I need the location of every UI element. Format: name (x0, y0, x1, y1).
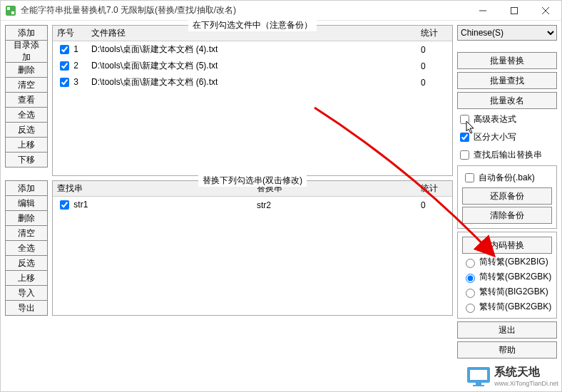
files-legend: 在下列勾选文件中（注意备份） (188, 19, 317, 31)
files-table-wrap[interactable]: 序号 文件路径 统计 1 D:\tools\桌面\新建文本文档 (4).txt … (53, 26, 452, 175)
enc-radio-2[interactable] (466, 289, 475, 298)
minimize-button[interactable] (467, 1, 499, 20)
auto-backup-check[interactable]: 自动备份(.bak) (462, 170, 552, 185)
table-row[interactable]: 1 D:\tools\桌面\新建文本文档 (4).txt 0 (53, 41, 452, 58)
auto-backup-checkbox[interactable] (465, 173, 474, 182)
clear-rules-button[interactable]: 清空 (5, 225, 48, 241)
row-checkbox[interactable] (60, 61, 69, 71)
col-stat2[interactable]: 统计 (417, 181, 452, 197)
add-rule-button[interactable]: 添加 (5, 180, 48, 196)
maximize-button[interactable] (499, 1, 530, 20)
batch-rename-button[interactable]: 批量改名 (457, 92, 557, 109)
move-up-file-button[interactable]: 上移 (5, 137, 48, 153)
restore-backup-button[interactable]: 还原备份 (462, 187, 552, 205)
window-title: 全能字符串批量替换机7.0 无限制版(替换/查找/抽取/改名) (21, 4, 467, 16)
move-up-rule-button[interactable]: 上移 (5, 270, 48, 286)
help-button[interactable]: 帮助 (457, 341, 557, 359)
enc-radio-3[interactable] (466, 304, 475, 313)
clear-files-button[interactable]: 清空 (5, 77, 48, 93)
select-all-files-button[interactable]: 全选 (5, 107, 48, 123)
view-button[interactable]: 查看 (5, 92, 48, 108)
table-row[interactable]: str1 str2 0 (53, 197, 452, 214)
exit-button[interactable]: 退出 (457, 321, 557, 339)
svg-rect-2 (11, 11, 14, 14)
encode-replace-button[interactable]: 内码替换 (462, 237, 552, 254)
col-seq[interactable]: 序号 (53, 26, 87, 41)
content-area: 添加 目录添加 删除 清空 查看 全选 反选 上移 下移 在下列勾选文件中（注意… (1, 21, 561, 391)
svg-rect-3 (511, 7, 518, 14)
row-checkbox[interactable] (60, 200, 69, 210)
advanced-expr-check[interactable]: 高级表达式 (457, 112, 557, 127)
move-down-file-button[interactable]: 下移 (5, 152, 48, 167)
file-toolbar: 添加 目录添加 删除 清空 查看 全选 反选 上移 下移 (5, 25, 48, 176)
encoding-combo[interactable]: Chinese(S) (457, 25, 557, 41)
right-panel: Chinese(S) 批量替换 批量查找 批量改名 高级表达式 区分大小写 查找… (457, 25, 557, 387)
delete-rule-button[interactable]: 删除 (5, 210, 48, 226)
enc-opt-3[interactable]: 繁转简(GBK2GBK) (462, 300, 552, 314)
invert-files-button[interactable]: 反选 (5, 122, 48, 138)
file-path-cell: D:\tools\桌面\新建文本文档 (5).txt (87, 58, 417, 74)
enc-radio-0[interactable] (466, 259, 475, 268)
edit-rule-button[interactable]: 编辑 (5, 195, 48, 211)
replace-fieldset: 替换下列勾选串(双击修改) 查找串 替换串 统计 str1 str2 (52, 180, 453, 316)
enc-radio-1[interactable] (466, 274, 475, 283)
clear-backup-button[interactable]: 清除备份 (462, 207, 552, 224)
replace-legend: 替换下列勾选串(双击修改) (198, 175, 307, 187)
close-button[interactable] (530, 1, 561, 20)
encoding-select[interactable]: Chinese(S) (457, 25, 557, 41)
files-table: 序号 文件路径 统计 1 D:\tools\桌面\新建文本文档 (4).txt … (53, 26, 452, 91)
replace-toolbar: 添加 编辑 删除 清空 全选 反选 上移 导入 导出 (5, 180, 48, 316)
encoding-group: 内码替换 简转繁(GBK2BIG) 简转繁(GBK2GBK) 繁转简(BIG2G… (457, 232, 557, 319)
output-after-find-check[interactable]: 查找后输出替换串 (457, 148, 557, 163)
invert-rules-button[interactable]: 反选 (5, 255, 48, 271)
advanced-expr-checkbox[interactable] (460, 115, 469, 124)
backup-group: 自动备份(.bak) 还原备份 清除备份 (457, 165, 557, 229)
window-controls (467, 1, 561, 20)
rule-stat-cell: 0 (417, 197, 452, 214)
batch-find-button[interactable]: 批量查找 (457, 72, 557, 89)
enc-opt-1[interactable]: 简转繁(GBK2GBK) (462, 270, 552, 284)
delete-file-button[interactable]: 删除 (5, 62, 48, 78)
enc-opt-0[interactable]: 简转繁(GBK2BIG) (462, 255, 552, 269)
replace-cell: str2 (252, 197, 417, 214)
table-row[interactable]: 2 D:\tools\桌面\新建文本文档 (5).txt 0 (53, 58, 452, 74)
file-stat-cell: 0 (417, 58, 452, 74)
enc-opt-2[interactable]: 繁转简(BIG2GBK) (462, 285, 552, 299)
case-sensitive-check[interactable]: 区分大小写 (457, 130, 557, 145)
app-window: 全能字符串批量替换机7.0 无限制版(替换/查找/抽取/改名) 添加 目录添加 … (0, 0, 562, 392)
replace-table-wrap[interactable]: 查找串 替换串 统计 str1 str2 0 (53, 181, 452, 315)
titlebar: 全能字符串批量替换机7.0 无限制版(替换/查找/抽取/改名) (1, 1, 561, 21)
app-icon (5, 5, 16, 16)
file-stat-cell: 0 (417, 41, 452, 58)
svg-rect-1 (7, 7, 10, 10)
batch-replace-button[interactable]: 批量替换 (457, 52, 557, 69)
row-checkbox[interactable] (60, 78, 69, 87)
files-fieldset: 在下列勾选文件中（注意备份） 序号 文件路径 统计 1 D:\too (52, 25, 453, 176)
import-rules-button[interactable]: 导入 (5, 285, 48, 301)
table-row[interactable]: 3 D:\tools\桌面\新建文本文档 (6).txt 0 (53, 74, 452, 91)
select-all-rules-button[interactable]: 全选 (5, 240, 48, 256)
add-file-button[interactable]: 添加 (5, 25, 48, 41)
col-stat[interactable]: 统计 (417, 26, 452, 41)
row-checkbox[interactable] (60, 45, 69, 54)
file-path-cell: D:\tools\桌面\新建文本文档 (6).txt (87, 74, 417, 91)
output-after-find-checkbox[interactable] (460, 150, 469, 160)
export-rules-button[interactable]: 导出 (5, 300, 48, 316)
add-dir-button[interactable]: 目录添加 (5, 40, 48, 63)
case-sensitive-checkbox[interactable] (460, 133, 469, 142)
file-stat-cell: 0 (417, 74, 452, 91)
file-path-cell: D:\tools\桌面\新建文本文档 (4).txt (87, 41, 417, 58)
